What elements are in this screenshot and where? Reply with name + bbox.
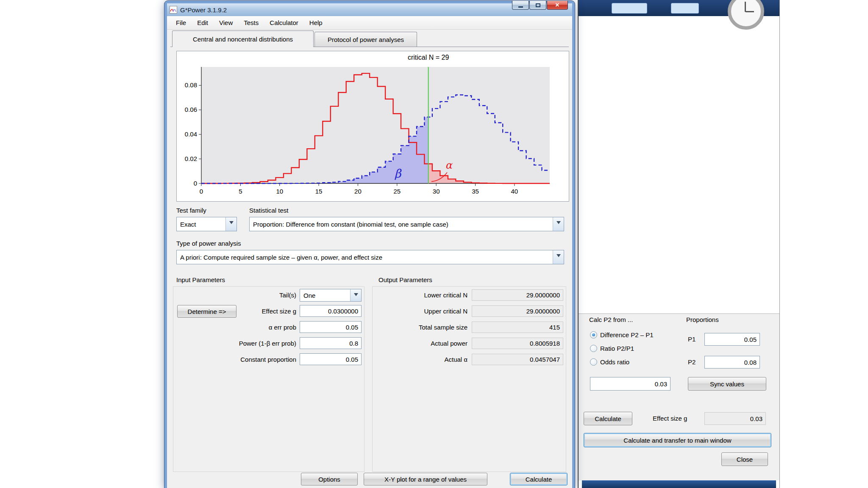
svg-text:0.08: 0.08: [185, 81, 197, 89]
radio-label: Odds ratio: [600, 358, 629, 366]
effect-size-g-value: 0.03: [704, 412, 766, 425]
options-button[interactable]: Options: [301, 473, 358, 485]
actual-alpha-label: Actual α: [379, 356, 467, 363]
window-titlebar[interactable]: G*Power 3.1.9.2: [167, 3, 572, 16]
svg-text:20: 20: [354, 188, 362, 195]
effect-size-input[interactable]: 0.0300000: [300, 305, 362, 317]
radio-icon: [590, 358, 597, 366]
ratio-p2-p1-radio[interactable]: Ratio P2/P1: [590, 343, 634, 353]
combobox-value: Proportion: Difference from constant (bi…: [253, 221, 553, 228]
svg-text:0.02: 0.02: [185, 155, 197, 162]
backdrop-window: Calc P2 from ... Difference P2 – P1 Rati…: [578, 0, 780, 488]
svg-text:α: α: [445, 159, 453, 171]
gpower-main-window: G*Power 3.1.9.2 × File Edit View Tests C…: [164, 1, 575, 488]
total-sample-size-label: Total sample size: [379, 324, 467, 331]
svg-text:β: β: [395, 167, 402, 180]
taskbar-item[interactable]: [612, 3, 647, 14]
power-analysis-label: Type of power analysis: [176, 240, 241, 247]
odds-ratio-radio[interactable]: Odds ratio: [590, 357, 629, 367]
lower-critical-n-label: Lower critical N: [379, 291, 467, 299]
output-parameters-header: Output Parameters: [378, 276, 432, 283]
total-sample-size-value: 415: [472, 322, 563, 333]
test-family-label: Test family: [176, 207, 206, 214]
power-label: Power (1-β err prob): [201, 340, 296, 347]
effect-size-label: Effect size g: [201, 308, 296, 315]
calculate-transfer-button[interactable]: Calculate and transfer to main window: [584, 433, 771, 447]
minimize-icon: [518, 6, 523, 8]
minimize-button[interactable]: [512, 1, 529, 10]
maximize-button[interactable]: [529, 1, 546, 10]
menu-item-help[interactable]: Help: [304, 16, 328, 29]
actual-power-value: 0.8005918: [472, 338, 563, 349]
alpha-err-prob-label: α err prob: [201, 324, 296, 331]
proportions-header: Proportions: [686, 316, 719, 323]
chevron-down-icon[interactable]: [553, 217, 564, 231]
tab-central-noncentral[interactable]: Central and noncentral distributions: [172, 30, 314, 47]
svg-text:5: 5: [239, 188, 242, 195]
alpha-err-prob-input[interactable]: 0.05: [300, 321, 362, 333]
sync-values-button[interactable]: Sync values: [688, 377, 766, 391]
svg-text:15: 15: [315, 188, 323, 195]
combobox-value: One: [303, 292, 350, 299]
chevron-down-icon[interactable]: [350, 289, 361, 301]
taskbar-item[interactable]: [671, 3, 699, 14]
p2-input[interactable]: 0.08: [704, 356, 760, 369]
menu-item-file[interactable]: File: [170, 16, 192, 29]
menu-item-edit[interactable]: Edit: [192, 16, 214, 29]
diff-p2-p1-radio[interactable]: Difference P2 – P1: [590, 330, 654, 340]
radio-icon: [590, 345, 597, 352]
svg-text:critical N = 29: critical N = 29: [408, 54, 449, 61]
chevron-down-icon[interactable]: [225, 217, 236, 231]
menu-item-calculator[interactable]: Calculator: [264, 16, 304, 29]
statistical-test-label: Statistical test: [249, 207, 289, 214]
svg-text:0: 0: [200, 188, 203, 195]
constant-proportion-label: Constant proportion: [201, 356, 296, 363]
svg-text:0: 0: [194, 180, 197, 187]
close-icon: ×: [555, 1, 559, 9]
svg-text:10: 10: [276, 188, 283, 195]
p2-label: P2: [688, 358, 696, 366]
maximize-icon: [536, 3, 540, 7]
distribution-plot: 051015202530354000.020.040.060.08critica…: [177, 51, 569, 201]
desktop: Calc P2 from ... Difference P2 – P1 Rati…: [0, 0, 868, 488]
radio-label: Ratio P2/P1: [600, 345, 634, 352]
tails-label: Tail(s): [201, 291, 296, 299]
close-button[interactable]: Close: [721, 452, 768, 466]
menu-item-view[interactable]: View: [214, 16, 238, 29]
power-input[interactable]: 0.8: [300, 337, 362, 349]
svg-text:0.06: 0.06: [185, 106, 197, 113]
svg-text:35: 35: [472, 188, 479, 195]
upper-critical-n-value: 29.0000000: [472, 305, 563, 317]
calculate-effect-size-button[interactable]: Calculate: [584, 412, 632, 425]
lower-critical-n-value: 29.0000000: [472, 289, 563, 301]
constant-proportion-input[interactable]: 0.05: [300, 353, 362, 365]
radio-label: Difference P2 – P1: [600, 331, 654, 338]
chevron-down-icon[interactable]: [553, 250, 564, 264]
calc-p2-value-input[interactable]: 0.03: [590, 377, 670, 391]
svg-text:30: 30: [433, 188, 440, 195]
statistical-test-combobox[interactable]: Proportion: Difference from constant (bi…: [249, 217, 564, 231]
actual-alpha-value: 0.0457047: [472, 354, 563, 365]
actual-power-label: Actual power: [379, 340, 467, 347]
app-icon: [170, 6, 177, 14]
menu-item-tests[interactable]: Tests: [238, 16, 264, 29]
power-analysis-combobox[interactable]: A priori: Compute required sample size –…: [176, 250, 564, 264]
test-family-combobox[interactable]: Exact: [176, 217, 237, 231]
close-window-button[interactable]: ×: [547, 1, 568, 10]
tab-protocol[interactable]: Protocol of power analyses: [314, 32, 417, 47]
svg-text:0.04: 0.04: [185, 130, 197, 138]
calc-p2-header: Calc P2 from ...: [589, 316, 633, 323]
clock-gadget: [728, 0, 764, 30]
distribution-plot-panel: 051015202530354000.020.040.060.08critica…: [176, 51, 569, 202]
backdrop-window-bottom-edge: [582, 480, 776, 488]
tails-combobox[interactable]: One: [300, 289, 362, 302]
effect-size-g-label: Effect size g: [653, 415, 687, 422]
upper-critical-n-label: Upper critical N: [379, 308, 467, 315]
calculate-button[interactable]: Calculate: [510, 473, 568, 485]
xy-plot-button[interactable]: X-Y plot for a range of values: [364, 473, 487, 485]
window-title: G*Power 3.1.9.2: [180, 6, 227, 14]
svg-text:40: 40: [511, 188, 518, 195]
combobox-value: Exact: [180, 221, 225, 228]
svg-text:25: 25: [393, 188, 401, 195]
p1-input[interactable]: 0.05: [704, 333, 760, 346]
